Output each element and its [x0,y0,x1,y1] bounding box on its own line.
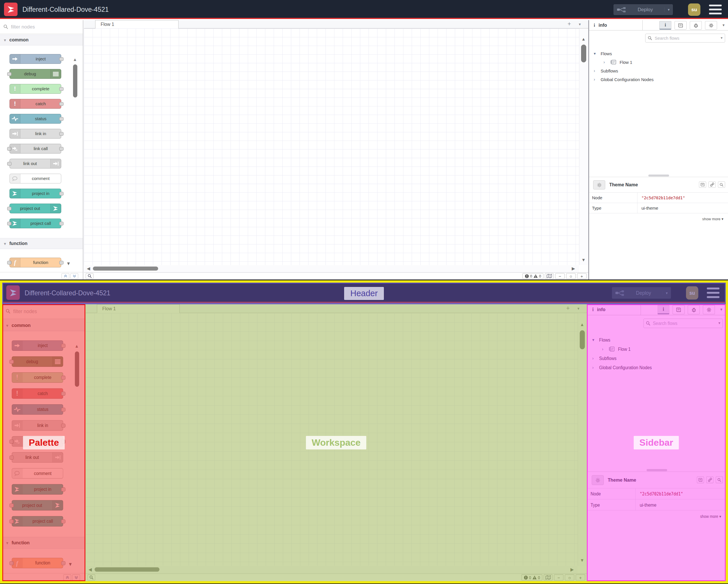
deploy-button[interactable]: Deploy ▾ [614,4,673,15]
node-detail-panel: Theme Name Node "2c5d702b11de7dd1" [589,177,728,279]
palette-node-inject[interactable]: inject [9,54,61,64]
sidebar-tab-config-button[interactable] [705,21,717,30]
scroll-down-icon[interactable]: ▼ [581,257,586,262]
config-node-button[interactable] [593,180,605,189]
palette-region-overlay: Palette [2,304,85,581]
palette-node-label: debug [10,69,61,78]
search-icon [720,183,723,186]
scroll-up-icon[interactable]: ▲ [73,57,77,62]
palette-node-project-call[interactable]: project call [9,219,61,228]
status-counts[interactable]: 0 0 [522,273,543,279]
palette-node-catch[interactable]: !catch [9,99,61,109]
palette-node-label: project in [10,189,61,198]
palette-node-project-in[interactable]: project in [9,188,61,198]
sidebar-tab-help-button[interactable] [675,21,686,30]
detail-row-type: Type ui-theme [589,203,728,213]
zoom-reset-button[interactable]: ○ [566,273,576,279]
palette-node-link-call[interactable]: link call [9,144,61,154]
palette-filter-input[interactable] [0,20,83,34]
region-label-sidebar: Sidebar [634,436,679,450]
detail-row-node: Node "2c5d702b11de7dd1" [589,193,728,203]
palette-node-debug[interactable]: debug [9,69,61,79]
scroll-up-icon[interactable]: ▲ [581,36,586,42]
flow-list-chevron-icon[interactable]: ▾ [579,22,581,26]
sidebar-tab-info-button[interactable]: i [659,21,671,30]
scroll-down-icon[interactable]: ▼ [66,261,71,266]
workspace-horizontal-scrollbar[interactable]: ◀ ▶ [84,265,579,272]
tree-item-subflows[interactable]: › Subflows [589,67,728,75]
chevron-down-icon[interactable]: ▾ [665,7,670,12]
info-icon: i [665,22,666,28]
detail-header: Theme Name [589,177,728,193]
palette-node-link-in[interactable]: link in [9,129,61,138]
scroll-right-icon[interactable]: ▶ [572,266,575,271]
sidebar: i info i ▾ [588,20,728,279]
flow-icon [610,60,616,65]
zoom-in-button[interactable]: + [577,273,587,279]
region-label-workspace: Workspace [306,436,366,450]
palette-scrollbar-thumb[interactable] [73,65,77,98]
palette-scroll-area[interactable]: ▾commoninjectdebug!complete!catchstatusl… [0,34,83,272]
user-avatar[interactable]: su [688,3,700,16]
palette-footer [0,272,83,279]
palette-node-complete[interactable]: !complete [9,84,61,94]
tree-item-flow-1[interactable]: › Flow 1 [589,58,728,67]
zoom-out-button[interactable]: − [555,273,565,279]
show-more-link[interactable]: show more ▾ [589,213,728,225]
palette-node-label: link call [10,144,61,153]
scroll-left-icon[interactable]: ◀ [87,266,90,271]
palette-node-project-out[interactable]: project out [9,204,61,213]
flow-tab-bar: Flow 1 + ▾ [84,20,588,28]
book-icon [700,183,705,186]
sidebar-tabs-chevron-icon[interactable]: ▾ [723,23,725,27]
expand-all-button[interactable] [71,273,78,279]
flow-canvas[interactable] [84,28,579,265]
main-menu-icon[interactable] [709,5,722,15]
chevron-down-icon[interactable]: ▾ [721,36,723,40]
scrollbar-thumb[interactable] [581,45,586,62]
tab-info-label: info [599,23,607,28]
workspace: Flow 1 + ▾ ▲ ▼ ◀ ▶ 0 0 [84,20,588,279]
info-icon: i [594,22,595,28]
add-flow-button[interactable]: + [568,20,571,27]
chevron-down-icon: ▾ [594,51,597,56]
tree-item-flows[interactable]: ▾ Flows [589,49,728,58]
palette-node-comment[interactable]: comment [9,174,61,183]
node-id-value[interactable]: "2c5d702b11de7dd1" [638,193,685,203]
palette-filter-row [0,20,83,34]
workspace-vertical-scrollbar[interactable]: ▲ ▼ [579,28,588,265]
search-flows-input[interactable] [645,34,725,43]
collapse-all-button[interactable] [61,273,69,279]
chevron-right-icon: › [594,69,597,73]
palette-node-label: function [10,258,61,267]
chevron-down-icon: ▾ [721,217,723,221]
node-red-logo-glyph [7,6,15,13]
palette-node-status[interactable]: status [9,114,61,124]
palette-node-label: link in [10,129,61,138]
deploy-wires-icon [617,7,626,12]
palette-node-function[interactable]: ffunction [9,258,61,268]
tab-info[interactable]: i info [589,20,643,30]
warning-icon [534,274,538,278]
palette-category-common[interactable]: ▾common [0,34,83,46]
palette-node-link-out[interactable]: link out [9,159,61,169]
scrollbar-thumb[interactable] [93,266,158,271]
sidebar-tab-debug-button[interactable] [690,21,702,30]
tree-item-global-config[interactable]: › Global Configuration Nodes [589,75,728,84]
palette-category-function[interactable]: ▾function [0,238,83,249]
find-node-button[interactable] [718,181,725,188]
minimap-button[interactable] [545,273,554,279]
chain-icon [710,183,714,186]
tab-flow-1[interactable]: Flow 1 [95,20,179,28]
chevron-right-icon: › [594,77,597,82]
link-button[interactable] [708,181,716,188]
workspace-region-overlay: Workspace [85,304,587,581]
region-label-header: Header [344,287,384,300]
node-red-logo-icon[interactable] [4,3,18,16]
workspace-footer: 0 0 − ○ + [84,272,588,279]
canvas-search-button[interactable] [86,273,94,279]
error-icon [525,274,529,278]
node-help-button[interactable] [699,181,706,188]
gear-icon [709,23,713,28]
book-icon [678,23,683,28]
